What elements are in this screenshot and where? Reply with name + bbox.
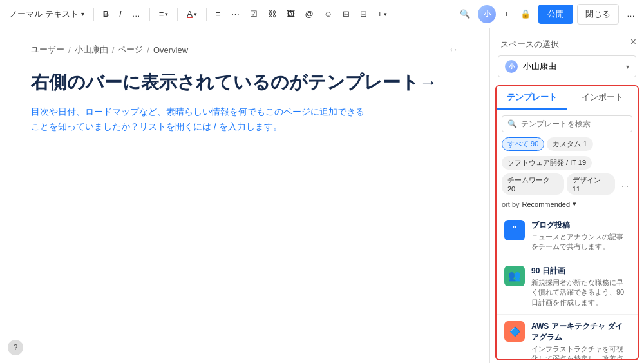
columns-icon: ⊟ bbox=[360, 9, 367, 19]
breadcrumb-pages[interactable]: ページ bbox=[118, 44, 143, 55]
template-list: " ブログ投稿 ニュースとアナウンスの記事をチームで共有します。 👥 90 日計… bbox=[497, 211, 638, 359]
expand-icon[interactable]: ↔ bbox=[448, 44, 459, 55]
tab-template-label: テンプレート bbox=[507, 92, 557, 102]
sort-value-label: Recommended bbox=[522, 201, 571, 208]
check-icon: ☑ bbox=[250, 9, 258, 19]
template-name-aws: AWS アーキテクチャ ダイアグラム bbox=[531, 321, 630, 343]
filter-row-1: すべて 90 カスタム 1 bbox=[497, 135, 638, 153]
text-style-label: ノーマル テキスト bbox=[9, 8, 79, 20]
table-button[interactable]: ⊞ bbox=[339, 6, 354, 21]
filter-row-2: ソフトウェア開発 / IT 19 bbox=[497, 153, 638, 172]
toolbar-sep-3 bbox=[177, 8, 178, 21]
search-icon: 🔍 bbox=[507, 119, 517, 128]
panel-space-title: スペースの選択 bbox=[490, 28, 644, 55]
space-name: 小山康由 bbox=[523, 61, 621, 72]
columns-button[interactable]: ⊟ bbox=[356, 6, 371, 21]
link-button[interactable]: ⛓ bbox=[264, 6, 280, 21]
mention-icon: @ bbox=[305, 9, 314, 19]
bold-label: B bbox=[103, 9, 109, 19]
search-button[interactable]: 🔍 bbox=[456, 6, 474, 21]
italic-button[interactable]: I bbox=[115, 6, 126, 21]
filter-row-3: チームワーク 20 デザイン 11 … bbox=[497, 172, 638, 197]
filter-design[interactable]: デザイン 11 bbox=[567, 173, 615, 195]
space-selector[interactable]: 小 小山康由 ▾ bbox=[498, 55, 636, 77]
align-icon: ≡ bbox=[159, 9, 164, 19]
panel-close-label: × bbox=[630, 36, 636, 47]
right-panel: × スペースの選択 小 小山康由 ▾ テンプレート インポート 🔍 bbox=[489, 28, 644, 363]
template-icon-blog: " bbox=[504, 220, 525, 240]
search-box: 🔍 bbox=[502, 115, 632, 132]
publish-button[interactable]: 公開 bbox=[538, 5, 573, 24]
link-icon: ⛓ bbox=[268, 9, 276, 19]
panel-close-button[interactable]: × bbox=[628, 34, 639, 50]
template-icon-90day: 👥 bbox=[504, 266, 525, 286]
breadcrumb-sep-3: / bbox=[147, 45, 149, 55]
checklist-button[interactable]: ☑ bbox=[246, 6, 261, 21]
template-info-aws: AWS アーキテクチャ ダイアグラム インフラストラクチャを可視化して弱点を特定… bbox=[531, 321, 630, 359]
image-icon: 🖼 bbox=[287, 9, 295, 19]
numbered-button[interactable]: ⋯ bbox=[227, 6, 243, 21]
template-desc-90day: 新規採用者が新たな職務に早く慣れて活躍できるよう、90 日計画を作成します。 bbox=[531, 278, 630, 308]
avatar: 小 bbox=[478, 5, 496, 23]
space-avatar: 小 bbox=[505, 60, 518, 73]
filter-software[interactable]: ソフトウェア開発 / IT 19 bbox=[502, 156, 592, 170]
sort-row: ort by Recommended ▾ bbox=[497, 197, 638, 211]
main-toolbar: ノーマル テキスト ▾ B I … ≡ ▾ A ▾ ≡ ⋯ ☑ bbox=[0, 0, 644, 28]
emoji-button[interactable]: ☺ bbox=[320, 6, 336, 21]
editor-area: ユーザー / 小山康由 / ページ / Overview ↔ 右側のバーに表示さ… bbox=[0, 28, 489, 363]
tab-template[interactable]: テンプレート bbox=[497, 86, 567, 110]
toolbar-sep-4 bbox=[206, 8, 207, 21]
text-style-button[interactable]: ノーマル テキスト ▾ bbox=[5, 6, 88, 23]
template-name-90day: 90 日計画 bbox=[531, 266, 630, 277]
template-section: テンプレート インポート 🔍 すべて 90 カスタム 1 bbox=[495, 85, 639, 360]
bullet-icon: ≡ bbox=[216, 9, 221, 19]
filter-more-button[interactable]: … bbox=[618, 179, 632, 190]
breadcrumb: ユーザー / 小山康由 / ページ / Overview ↔ bbox=[31, 44, 459, 55]
toolbar-sep-1 bbox=[93, 8, 94, 21]
more-format-label: … bbox=[132, 9, 140, 19]
tab-import[interactable]: インポート bbox=[567, 86, 638, 110]
filter-custom[interactable]: カスタム 1 bbox=[547, 137, 592, 151]
add-icon: + bbox=[504, 9, 509, 19]
breadcrumb-sep-2: / bbox=[112, 45, 115, 55]
publish-label: 公開 bbox=[547, 9, 564, 19]
breadcrumb-author[interactable]: 小山康由 bbox=[75, 44, 108, 55]
template-item-blog[interactable]: " ブログ投稿 ニュースとアナウンスの記事をチームで共有します。 bbox=[497, 213, 638, 259]
more-format-button[interactable]: … bbox=[128, 6, 144, 21]
color-button[interactable]: A ▾ bbox=[183, 6, 201, 21]
page-title: 右側のバーに表示されているのがテンプレート→ bbox=[31, 71, 459, 94]
search-icon: 🔍 bbox=[460, 9, 470, 19]
image-button[interactable]: 🖼 bbox=[283, 6, 299, 21]
lock-icon: 🔒 bbox=[520, 9, 531, 19]
avatar-label: 小 bbox=[484, 9, 491, 19]
search-input[interactable] bbox=[521, 119, 627, 128]
close-editor-button[interactable]: 閉じる bbox=[577, 4, 619, 25]
bullet-button[interactable]: ≡ bbox=[212, 6, 225, 21]
add-button[interactable]: + bbox=[500, 6, 513, 21]
more-options-button[interactable]: … bbox=[623, 6, 639, 21]
mention-button[interactable]: @ bbox=[301, 6, 317, 21]
lock-button[interactable]: 🔒 bbox=[516, 6, 535, 21]
main-area: ユーザー / 小山康由 / ページ / Overview ↔ 右側のバーに表示さ… bbox=[0, 28, 644, 363]
table-icon: ⊞ bbox=[343, 9, 350, 19]
breadcrumb-page[interactable]: Overview bbox=[153, 45, 188, 55]
template-info-blog: ブログ投稿 ニュースとアナウンスの記事をチームで共有します。 bbox=[531, 220, 630, 252]
breadcrumb-user[interactable]: ユーザー bbox=[31, 44, 64, 55]
bold-button[interactable]: B bbox=[99, 6, 113, 21]
sort-chevron-icon: ▾ bbox=[573, 200, 576, 208]
help-icon: ? bbox=[14, 343, 18, 352]
sort-select[interactable]: Recommended ▾ bbox=[522, 200, 577, 208]
template-item-90day[interactable]: 👥 90 日計画 新規採用者が新たな職務に早く慣れて活躍できるよう、90 日計画… bbox=[497, 259, 638, 315]
page-description: 目次や日付、ロードマップなど、素晴らしい情報を何でもこのページに追加できることを… bbox=[31, 104, 366, 133]
tab-import-label: インポート bbox=[582, 92, 623, 102]
color-chevron: ▾ bbox=[194, 11, 197, 17]
help-button[interactable]: ? bbox=[8, 340, 23, 355]
toolbar-right: 🔍 小 + 🔒 公開 閉じる … bbox=[456, 4, 639, 25]
more-options-label: … bbox=[627, 9, 635, 19]
close-editor-label: 閉じる bbox=[585, 9, 611, 19]
more-insert-button[interactable]: + ▾ bbox=[374, 6, 391, 21]
align-button[interactable]: ≡ ▾ bbox=[155, 6, 173, 21]
template-item-aws[interactable]: 🔷 AWS アーキテクチャ ダイアグラム インフラストラクチャを可視化して弱点を… bbox=[497, 315, 638, 359]
filter-all[interactable]: すべて 90 bbox=[502, 137, 544, 151]
filter-teamwork[interactable]: チームワーク 20 bbox=[502, 173, 564, 195]
